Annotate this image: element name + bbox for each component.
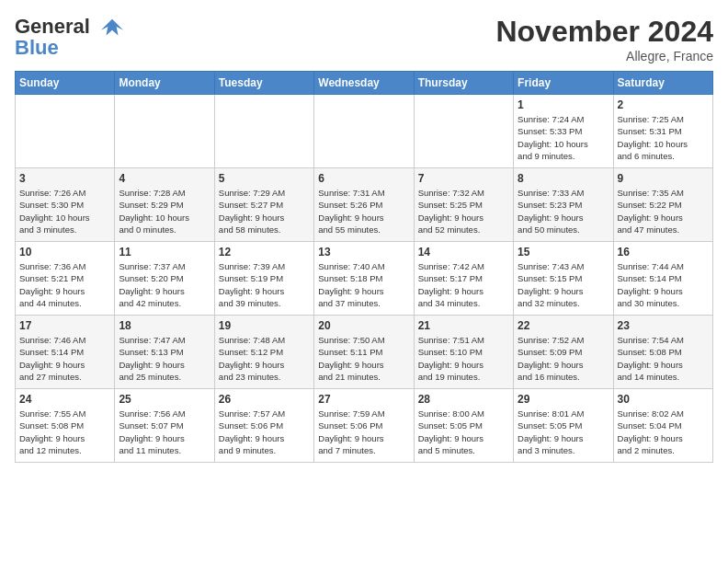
- day-info: Sunrise: 7:59 AMSunset: 5:06 PMDaylight:…: [318, 408, 409, 456]
- day-info: Sunrise: 8:00 AMSunset: 5:05 PMDaylight:…: [418, 408, 509, 456]
- calendar-cell: 22Sunrise: 7:52 AMSunset: 5:09 PMDayligh…: [514, 316, 613, 389]
- calendar-cell: 11Sunrise: 7:37 AMSunset: 5:20 PMDayligh…: [115, 242, 214, 316]
- day-number: 30: [618, 393, 709, 406]
- calendar-cell: 26Sunrise: 7:57 AMSunset: 5:06 PMDayligh…: [214, 389, 313, 463]
- calendar-cell: 14Sunrise: 7:42 AMSunset: 5:17 PMDayligh…: [414, 242, 513, 316]
- logo-bird-icon: [99, 15, 125, 40]
- calendar-cell: [314, 95, 414, 168]
- header-sunday: Sunday: [16, 72, 115, 95]
- calendar-cell: 20Sunrise: 7:50 AMSunset: 5:11 PMDayligh…: [314, 316, 414, 389]
- day-number: 13: [318, 246, 409, 259]
- calendar-page: General Blue November 2024 Allegre, Fran…: [0, 0, 728, 470]
- title-block: November 2024 Allegre, France: [495, 15, 713, 63]
- day-number: 25: [119, 393, 210, 406]
- calendar-week-3: 10Sunrise: 7:36 AMSunset: 5:21 PMDayligh…: [16, 242, 713, 316]
- calendar-cell: 29Sunrise: 8:01 AMSunset: 5:05 PMDayligh…: [514, 389, 613, 463]
- day-info: Sunrise: 7:43 AMSunset: 5:15 PMDaylight:…: [518, 260, 609, 309]
- month-title: November 2024: [495, 15, 713, 49]
- header: General Blue November 2024 Allegre, Fran…: [15, 15, 713, 63]
- day-number: 7: [418, 172, 509, 185]
- calendar-cell: 6Sunrise: 7:31 AMSunset: 5:26 PMDaylight…: [314, 168, 414, 242]
- day-number: 6: [318, 172, 409, 185]
- day-number: 9: [618, 172, 709, 185]
- calendar-cell: 8Sunrise: 7:33 AMSunset: 5:23 PMDaylight…: [514, 168, 613, 242]
- calendar-cell: 5Sunrise: 7:29 AMSunset: 5:27 PMDaylight…: [214, 168, 313, 242]
- day-number: 23: [618, 319, 709, 332]
- header-friday: Friday: [514, 72, 613, 95]
- calendar-cell: 18Sunrise: 7:47 AMSunset: 5:13 PMDayligh…: [115, 316, 214, 389]
- logo: General Blue: [15, 15, 125, 59]
- day-info: Sunrise: 7:39 AMSunset: 5:19 PMDaylight:…: [219, 260, 310, 309]
- day-info: Sunrise: 7:28 AMSunset: 5:29 PMDaylight:…: [119, 187, 210, 236]
- calendar-cell: 7Sunrise: 7:32 AMSunset: 5:25 PMDaylight…: [414, 168, 513, 242]
- day-number: 18: [119, 319, 210, 332]
- day-info: Sunrise: 7:29 AMSunset: 5:27 PMDaylight:…: [219, 187, 310, 236]
- calendar-cell: 19Sunrise: 7:48 AMSunset: 5:12 PMDayligh…: [214, 316, 313, 389]
- day-info: Sunrise: 7:44 AMSunset: 5:14 PMDaylight:…: [618, 260, 709, 309]
- calendar-week-1: 1Sunrise: 7:24 AMSunset: 5:33 PMDaylight…: [16, 95, 713, 168]
- logo-line1: General: [15, 15, 90, 38]
- day-info: Sunrise: 7:36 AMSunset: 5:21 PMDaylight:…: [19, 260, 110, 309]
- header-thursday: Thursday: [414, 72, 513, 95]
- calendar-cell: 15Sunrise: 7:43 AMSunset: 5:15 PMDayligh…: [514, 242, 613, 316]
- day-info: Sunrise: 7:47 AMSunset: 5:13 PMDaylight:…: [119, 334, 210, 383]
- day-info: Sunrise: 7:48 AMSunset: 5:12 PMDaylight:…: [219, 334, 310, 383]
- day-number: 22: [518, 319, 609, 332]
- day-number: 12: [219, 246, 310, 259]
- svg-marker-0: [101, 19, 123, 36]
- day-number: 5: [219, 172, 310, 185]
- calendar-week-4: 17Sunrise: 7:46 AMSunset: 5:14 PMDayligh…: [16, 316, 713, 389]
- day-info: Sunrise: 7:56 AMSunset: 5:07 PMDaylight:…: [119, 408, 210, 456]
- day-info: Sunrise: 7:57 AMSunset: 5:06 PMDaylight:…: [219, 408, 310, 456]
- calendar-cell: [214, 95, 313, 168]
- calendar-cell: 9Sunrise: 7:35 AMSunset: 5:22 PMDaylight…: [613, 168, 712, 242]
- calendar-cell: 24Sunrise: 7:55 AMSunset: 5:08 PMDayligh…: [16, 389, 115, 463]
- day-number: 16: [618, 246, 709, 259]
- calendar-cell: [115, 95, 214, 168]
- calendar-cell: 27Sunrise: 7:59 AMSunset: 5:06 PMDayligh…: [314, 389, 414, 463]
- day-info: Sunrise: 7:50 AMSunset: 5:11 PMDaylight:…: [318, 334, 409, 383]
- header-tuesday: Tuesday: [214, 72, 313, 95]
- day-info: Sunrise: 7:54 AMSunset: 5:08 PMDaylight:…: [618, 334, 709, 383]
- day-info: Sunrise: 7:46 AMSunset: 5:14 PMDaylight:…: [19, 334, 110, 383]
- calendar-cell: [414, 95, 513, 168]
- day-number: 19: [219, 319, 310, 332]
- location: Allegre, France: [495, 49, 713, 63]
- calendar-cell: 3Sunrise: 7:26 AMSunset: 5:30 PMDaylight…: [16, 168, 115, 242]
- day-number: 27: [318, 393, 409, 406]
- calendar-week-5: 24Sunrise: 7:55 AMSunset: 5:08 PMDayligh…: [16, 389, 713, 463]
- day-number: 8: [518, 172, 609, 185]
- day-info: Sunrise: 7:52 AMSunset: 5:09 PMDaylight:…: [518, 334, 609, 383]
- day-number: 10: [19, 246, 110, 259]
- day-number: 20: [318, 319, 409, 332]
- day-info: Sunrise: 7:31 AMSunset: 5:26 PMDaylight:…: [318, 187, 409, 236]
- day-info: Sunrise: 8:02 AMSunset: 5:04 PMDaylight:…: [618, 408, 709, 456]
- calendar-cell: 4Sunrise: 7:28 AMSunset: 5:29 PMDaylight…: [115, 168, 214, 242]
- day-number: 4: [119, 172, 210, 185]
- day-number: 15: [518, 246, 609, 259]
- day-number: 26: [219, 393, 310, 406]
- day-number: 2: [618, 98, 709, 111]
- header-saturday: Saturday: [613, 72, 712, 95]
- calendar-cell: 10Sunrise: 7:36 AMSunset: 5:21 PMDayligh…: [16, 242, 115, 316]
- day-number: 21: [418, 319, 509, 332]
- calendar-table: Sunday Monday Tuesday Wednesday Thursday…: [15, 71, 713, 463]
- calendar-week-2: 3Sunrise: 7:26 AMSunset: 5:30 PMDaylight…: [16, 168, 713, 242]
- day-number: 1: [518, 98, 609, 111]
- day-info: Sunrise: 7:35 AMSunset: 5:22 PMDaylight:…: [618, 187, 709, 236]
- day-number: 29: [518, 393, 609, 406]
- header-monday: Monday: [115, 72, 214, 95]
- day-number: 3: [19, 172, 110, 185]
- day-info: Sunrise: 7:42 AMSunset: 5:17 PMDaylight:…: [418, 260, 509, 309]
- weekday-header-row: Sunday Monday Tuesday Wednesday Thursday…: [16, 72, 713, 95]
- day-number: 11: [119, 246, 210, 259]
- calendar-cell: 2Sunrise: 7:25 AMSunset: 5:31 PMDaylight…: [613, 95, 712, 168]
- calendar-cell: 17Sunrise: 7:46 AMSunset: 5:14 PMDayligh…: [16, 316, 115, 389]
- day-info: Sunrise: 7:33 AMSunset: 5:23 PMDaylight:…: [518, 187, 609, 236]
- day-info: Sunrise: 7:24 AMSunset: 5:33 PMDaylight:…: [518, 113, 609, 162]
- calendar-cell: 1Sunrise: 7:24 AMSunset: 5:33 PMDaylight…: [514, 95, 613, 168]
- calendar-cell: 28Sunrise: 8:00 AMSunset: 5:05 PMDayligh…: [414, 389, 513, 463]
- calendar-cell: 23Sunrise: 7:54 AMSunset: 5:08 PMDayligh…: [613, 316, 712, 389]
- day-info: Sunrise: 7:55 AMSunset: 5:08 PMDaylight:…: [19, 408, 110, 456]
- day-info: Sunrise: 8:01 AMSunset: 5:05 PMDaylight:…: [518, 408, 609, 456]
